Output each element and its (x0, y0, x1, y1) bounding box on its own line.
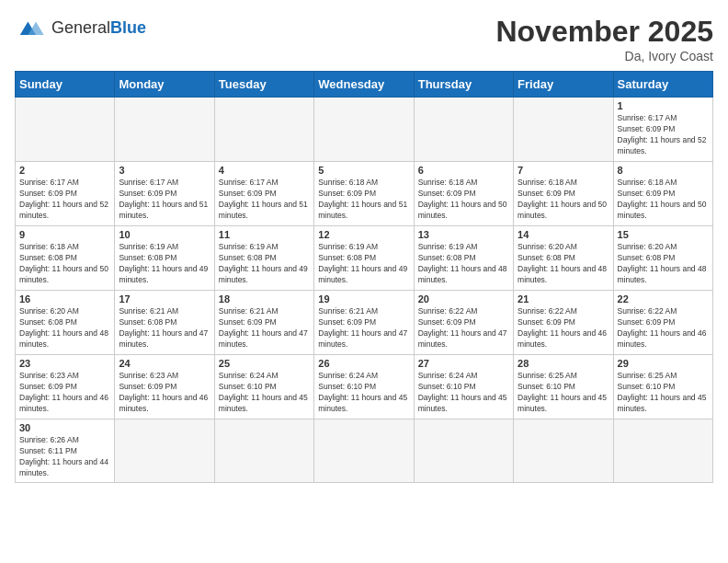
day-info: Sunrise: 6:24 AMSunset: 6:10 PMDaylight:… (418, 371, 509, 415)
table-row: 15Sunrise: 6:20 AMSunset: 6:08 PMDayligh… (613, 226, 712, 291)
day-number: 24 (119, 358, 210, 369)
day-info: Sunrise: 6:18 AMSunset: 6:09 PMDaylight:… (318, 178, 409, 222)
table-row: 16Sunrise: 6:20 AMSunset: 6:08 PMDayligh… (16, 291, 115, 355)
col-friday: Friday (514, 72, 613, 98)
table-row: 9Sunrise: 6:18 AMSunset: 6:08 PMDaylight… (16, 226, 115, 291)
day-info: Sunrise: 6:24 AMSunset: 6:10 PMDaylight:… (219, 371, 310, 415)
day-info: Sunrise: 6:18 AMSunset: 6:09 PMDaylight:… (618, 178, 709, 222)
day-number: 19 (318, 293, 409, 304)
calendar: Sunday Monday Tuesday Wednesday Thursday… (15, 71, 713, 483)
day-number: 26 (318, 358, 409, 369)
day-info: Sunrise: 6:20 AMSunset: 6:08 PMDaylight:… (19, 306, 110, 350)
table-row: 4Sunrise: 6:17 AMSunset: 6:09 PMDaylight… (214, 162, 313, 226)
calendar-header-row: Sunday Monday Tuesday Wednesday Thursday… (16, 72, 713, 98)
day-info: Sunrise: 6:19 AMSunset: 6:08 PMDaylight:… (318, 242, 409, 286)
day-info: Sunrise: 6:22 AMSunset: 6:09 PMDaylight:… (418, 306, 509, 350)
col-tuesday: Tuesday (214, 72, 313, 98)
day-info: Sunrise: 6:26 AMSunset: 6:11 PMDaylight:… (19, 435, 110, 479)
col-wednesday: Wednesday (314, 72, 414, 98)
day-info: Sunrise: 6:17 AMSunset: 6:09 PMDaylight:… (219, 178, 310, 222)
table-row: 12Sunrise: 6:19 AMSunset: 6:08 PMDayligh… (314, 226, 414, 291)
day-number: 4 (219, 165, 310, 176)
day-info: Sunrise: 6:17 AMSunset: 6:09 PMDaylight:… (19, 178, 110, 222)
day-number: 9 (19, 229, 110, 240)
day-number: 18 (219, 293, 310, 304)
table-row: 11Sunrise: 6:19 AMSunset: 6:08 PMDayligh… (214, 226, 313, 291)
day-info: Sunrise: 6:23 AMSunset: 6:09 PMDaylight:… (19, 371, 110, 415)
day-info: Sunrise: 6:22 AMSunset: 6:09 PMDaylight:… (618, 306, 709, 350)
table-row: 22Sunrise: 6:22 AMSunset: 6:09 PMDayligh… (613, 291, 712, 355)
day-info: Sunrise: 6:21 AMSunset: 6:09 PMDaylight:… (318, 306, 409, 350)
table-row: 7Sunrise: 6:18 AMSunset: 6:09 PMDaylight… (514, 162, 613, 226)
table-row (414, 419, 513, 483)
table-row: 30Sunrise: 6:26 AMSunset: 6:11 PMDayligh… (16, 419, 115, 483)
table-row (16, 98, 115, 162)
col-thursday: Thursday (414, 72, 513, 98)
day-number: 17 (119, 293, 210, 304)
logo: GeneralBlue (15, 15, 146, 40)
day-number: 16 (19, 293, 110, 304)
day-info: Sunrise: 6:19 AMSunset: 6:08 PMDaylight:… (219, 242, 310, 286)
day-info: Sunrise: 6:18 AMSunset: 6:09 PMDaylight:… (418, 178, 509, 222)
table-row (214, 98, 313, 162)
table-row: 29Sunrise: 6:25 AMSunset: 6:10 PMDayligh… (613, 355, 712, 419)
day-info: Sunrise: 6:19 AMSunset: 6:08 PMDaylight:… (418, 242, 509, 286)
day-info: Sunrise: 6:17 AMSunset: 6:09 PMDaylight:… (119, 178, 210, 222)
day-number: 22 (618, 293, 709, 304)
logo-icon (15, 15, 48, 40)
day-number: 27 (418, 358, 509, 369)
col-sunday: Sunday (16, 72, 115, 98)
table-row (613, 419, 712, 483)
table-row: 14Sunrise: 6:20 AMSunset: 6:08 PMDayligh… (514, 226, 613, 291)
table-row: 21Sunrise: 6:22 AMSunset: 6:09 PMDayligh… (514, 291, 613, 355)
table-row: 23Sunrise: 6:23 AMSunset: 6:09 PMDayligh… (16, 355, 115, 419)
table-row: 1Sunrise: 6:17 AMSunset: 6:09 PMDaylight… (613, 98, 712, 162)
title-area: November 2025 Da, Ivory Coast (495, 15, 713, 63)
day-number: 21 (518, 293, 609, 304)
table-row (514, 98, 613, 162)
table-row: 19Sunrise: 6:21 AMSunset: 6:09 PMDayligh… (314, 291, 414, 355)
day-info: Sunrise: 6:22 AMSunset: 6:09 PMDaylight:… (518, 306, 609, 350)
calendar-week-row: 30Sunrise: 6:26 AMSunset: 6:11 PMDayligh… (16, 419, 713, 483)
day-number: 8 (618, 165, 709, 176)
day-number: 2 (19, 165, 110, 176)
table-row: 20Sunrise: 6:22 AMSunset: 6:09 PMDayligh… (414, 291, 513, 355)
table-row: 28Sunrise: 6:25 AMSunset: 6:10 PMDayligh… (514, 355, 613, 419)
calendar-week-row: 16Sunrise: 6:20 AMSunset: 6:08 PMDayligh… (16, 291, 713, 355)
day-info: Sunrise: 6:21 AMSunset: 6:08 PMDaylight:… (119, 306, 210, 350)
table-row: 6Sunrise: 6:18 AMSunset: 6:09 PMDaylight… (414, 162, 513, 226)
table-row (214, 419, 313, 483)
table-row (115, 98, 214, 162)
location: Da, Ivory Coast (495, 49, 713, 63)
day-number: 7 (518, 165, 609, 176)
day-number: 23 (19, 358, 110, 369)
month-title: November 2025 (495, 15, 713, 49)
table-row: 24Sunrise: 6:23 AMSunset: 6:09 PMDayligh… (115, 355, 214, 419)
day-info: Sunrise: 6:19 AMSunset: 6:08 PMDaylight:… (119, 242, 210, 286)
day-info: Sunrise: 6:25 AMSunset: 6:10 PMDaylight:… (518, 371, 609, 415)
day-number: 6 (418, 165, 509, 176)
table-row (115, 419, 214, 483)
table-row (314, 419, 414, 483)
logo-text: GeneralBlue (51, 18, 146, 38)
day-number: 10 (119, 229, 210, 240)
calendar-week-row: 1Sunrise: 6:17 AMSunset: 6:09 PMDaylight… (16, 98, 713, 162)
day-number: 25 (219, 358, 310, 369)
col-monday: Monday (115, 72, 214, 98)
calendar-week-row: 9Sunrise: 6:18 AMSunset: 6:08 PMDaylight… (16, 226, 713, 291)
day-number: 14 (518, 229, 609, 240)
day-info: Sunrise: 6:23 AMSunset: 6:09 PMDaylight:… (119, 371, 210, 415)
table-row: 10Sunrise: 6:19 AMSunset: 6:08 PMDayligh… (115, 226, 214, 291)
calendar-week-row: 2Sunrise: 6:17 AMSunset: 6:09 PMDaylight… (16, 162, 713, 226)
day-number: 1 (618, 100, 709, 111)
day-number: 20 (418, 293, 509, 304)
calendar-week-row: 23Sunrise: 6:23 AMSunset: 6:09 PMDayligh… (16, 355, 713, 419)
day-number: 3 (119, 165, 210, 176)
table-row: 8Sunrise: 6:18 AMSunset: 6:09 PMDaylight… (613, 162, 712, 226)
table-row: 25Sunrise: 6:24 AMSunset: 6:10 PMDayligh… (214, 355, 313, 419)
table-row: 27Sunrise: 6:24 AMSunset: 6:10 PMDayligh… (414, 355, 513, 419)
col-saturday: Saturday (613, 72, 712, 98)
day-info: Sunrise: 6:25 AMSunset: 6:10 PMDaylight:… (618, 371, 709, 415)
day-number: 12 (318, 229, 409, 240)
day-info: Sunrise: 6:21 AMSunset: 6:09 PMDaylight:… (219, 306, 310, 350)
